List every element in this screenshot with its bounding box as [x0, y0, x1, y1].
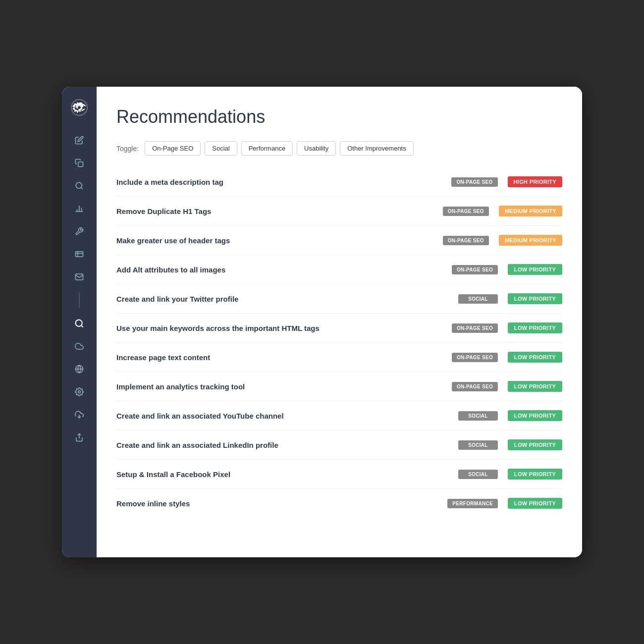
svg-point-13 [76, 320, 82, 326]
rec-right: On-Page SEOHigh Priority [451, 176, 562, 187]
table-row: Create and link your Twitter profileSoci… [116, 284, 562, 314]
tag-badge: Social [458, 470, 498, 479]
main-content: Recommendations Toggle: On-Page SEO Soci… [97, 87, 582, 557]
tag-badge: On-Page SEO [452, 353, 498, 362]
sidebar-item-globe[interactable] [68, 359, 90, 379]
toggle-btn-on-page-seo[interactable]: On-Page SEO [145, 141, 201, 156]
sidebar-item-tool[interactable] [68, 221, 90, 241]
tag-badge: On-Page SEO [451, 177, 497, 187]
rec-title[interactable]: Remove Duplicate H1 Tags [116, 207, 443, 215]
priority-badge: Low Priority [508, 381, 562, 392]
sidebar: ⚙ [62, 87, 97, 557]
sidebar-item-table[interactable] [68, 244, 90, 264]
priority-badge: Low Priority [508, 410, 562, 421]
rec-title[interactable]: Create and link your Twitter profile [116, 295, 458, 303]
rec-right: SocialLow Priority [458, 410, 562, 421]
rec-right: On-Page SEOLow Priority [452, 352, 562, 363]
rec-title[interactable]: Increase page text content [116, 353, 452, 362]
rec-right: On-Page SEOMedium Priority [443, 206, 562, 216]
toggle-btn-other[interactable]: Other Improvements [340, 141, 414, 156]
priority-badge: Low Priority [508, 498, 562, 509]
table-row: Use your main keywords across the import… [116, 314, 562, 343]
toggle-btn-social[interactable]: Social [205, 141, 237, 156]
toggle-btn-performance[interactable]: Performance [241, 141, 293, 156]
sidebar-item-settings[interactable] [68, 382, 90, 402]
rec-title[interactable]: Remove inline styles [116, 499, 447, 508]
app-wrapper: ⚙ [62, 87, 582, 557]
logo: ⚙ [68, 97, 90, 118]
rec-right: SocialLow Priority [458, 469, 562, 480]
rec-title[interactable]: Add Alt attributes to all images [116, 266, 452, 274]
table-row: Make greater use of header tagsOn-Page S… [116, 226, 562, 255]
priority-badge: High Priority [508, 176, 562, 187]
recommendations-list: Include a meta description tagOn-Page SE… [116, 167, 562, 518]
toggle-label: Toggle: [116, 145, 139, 153]
tag-badge: Social [458, 440, 498, 450]
rec-title[interactable]: Create and link an associated YouTube ch… [116, 412, 458, 420]
sidebar-item-mail[interactable] [68, 267, 90, 287]
tag-badge: Social [458, 411, 498, 421]
svg-point-16 [78, 391, 81, 393]
table-row: Create and link an associated LinkedIn p… [116, 430, 562, 460]
sidebar-item-search-small[interactable] [68, 176, 90, 196]
page-title: Recommendations [116, 107, 562, 127]
priority-badge: Low Priority [508, 439, 562, 450]
table-row: Include a meta description tagOn-Page SE… [116, 167, 562, 197]
sidebar-item-share[interactable] [68, 428, 90, 447]
priority-badge: Low Priority [508, 352, 562, 363]
rec-title[interactable]: Include a meta description tag [116, 178, 451, 186]
tag-badge: On-Page SEO [452, 382, 498, 391]
svg-rect-12 [76, 274, 83, 280]
svg-point-4 [76, 182, 82, 188]
rec-right: On-Page SEOLow Priority [452, 322, 562, 333]
tag-badge: On-Page SEO [443, 207, 489, 216]
sidebar-item-edit[interactable] [68, 130, 90, 150]
rec-right: PerformanceLow Priority [447, 498, 562, 509]
rec-right: On-Page SEOMedium Priority [443, 235, 562, 246]
rec-right: SocialLow Priority [458, 293, 562, 304]
table-row: Implement an analytics tracking toolOn-P… [116, 372, 562, 401]
rec-title[interactable]: Create and link an associated LinkedIn p… [116, 441, 458, 449]
sidebar-item-cloud-upload[interactable] [68, 336, 90, 356]
rec-title[interactable]: Implement an analytics tracking tool [116, 382, 452, 391]
priority-badge: Low Priority [508, 264, 562, 275]
priority-badge: Medium Priority [499, 206, 562, 216]
priority-badge: Medium Priority [499, 235, 562, 246]
table-row: Add Alt attributes to all imagesOn-Page … [116, 255, 562, 284]
sidebar-item-search-main[interactable] [68, 314, 90, 333]
tag-badge: Performance [447, 499, 498, 508]
table-row: Remove Duplicate H1 TagsOn-Page SEOMediu… [116, 197, 562, 226]
tag-badge: On-Page SEO [443, 236, 489, 245]
priority-badge: Low Priority [508, 293, 562, 304]
svg-point-2 [78, 106, 81, 109]
rec-right: On-Page SEOLow Priority [452, 381, 562, 392]
svg-rect-9 [76, 252, 83, 257]
table-row: Remove inline stylesPerformanceLow Prior… [116, 489, 562, 518]
tag-badge: On-Page SEO [452, 323, 498, 333]
tag-badge: Social [458, 294, 498, 304]
table-row: Increase page text contentOn-Page SEOLow… [116, 343, 562, 372]
toggle-btn-usability[interactable]: Usability [297, 141, 336, 156]
tag-badge: On-Page SEO [452, 265, 498, 274]
priority-badge: Low Priority [508, 469, 562, 480]
sidebar-item-cloud-download[interactable] [68, 405, 90, 425]
rec-right: On-Page SEOLow Priority [452, 264, 562, 275]
rec-right: SocialLow Priority [458, 439, 562, 450]
rec-title[interactable]: Make greater use of header tags [116, 236, 443, 245]
sidebar-divider [79, 293, 80, 308]
svg-rect-3 [78, 162, 83, 167]
toggle-row: Toggle: On-Page SEO Social Performance U… [116, 141, 562, 156]
sidebar-nav [62, 130, 97, 447]
table-row: Create and link an associated YouTube ch… [116, 401, 562, 430]
rec-title[interactable]: Setup & Install a Facebook Pixel [116, 470, 458, 479]
table-row: Setup & Install a Facebook PixelSocialLo… [116, 460, 562, 489]
sidebar-item-analytics[interactable] [68, 199, 90, 218]
priority-badge: Low Priority [508, 322, 562, 333]
rec-title[interactable]: Use your main keywords across the import… [116, 324, 452, 332]
sidebar-item-pages[interactable] [68, 153, 90, 173]
